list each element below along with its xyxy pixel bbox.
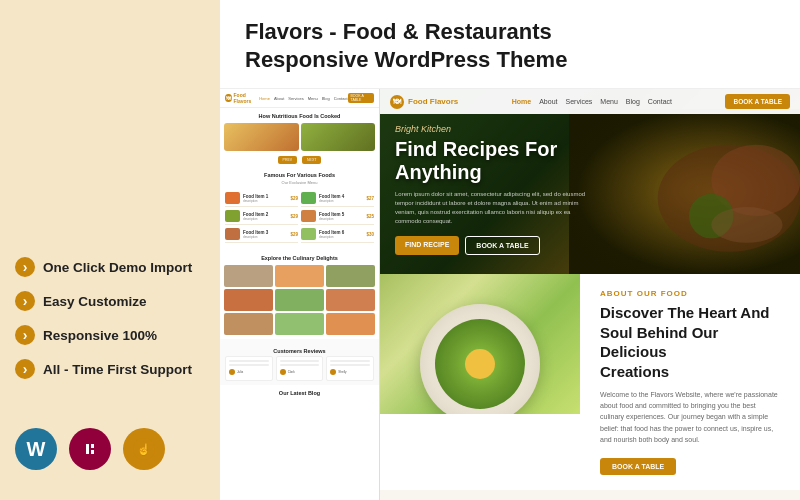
- mini-nav-links: Home About Services Menu Blog Contact: [259, 96, 347, 101]
- hero-navbar: 🍽 Food Flavors Home About Services Menu …: [380, 89, 800, 114]
- section5-title: Our Latest Blog: [220, 385, 379, 398]
- mini-nav: 🍽 Food Flavors Home About Services Menu …: [220, 89, 379, 108]
- preview-container: 🍽 Food Flavors Home About Services Menu …: [220, 89, 800, 500]
- gallery-item: [224, 265, 273, 287]
- svg-rect-1: [86, 444, 89, 454]
- left-panel: One Click Demo Import Easy Customize Res…: [0, 0, 220, 500]
- large-preview-panel: 🍽 Food Flavors Home About Services Menu …: [380, 89, 800, 500]
- mini-menu: Food Item 1description $29 Food Item 2de…: [220, 188, 379, 250]
- hero-logo: 🍽 Food Flavors: [390, 95, 458, 109]
- about-section: ABOUT OUR FOOD Discover The Heart AndSou…: [380, 274, 800, 490]
- right-panel: Flavors - Food & Restaurants Responsive …: [220, 0, 800, 500]
- review-card-2: Clark: [276, 356, 324, 381]
- svg-point-10: [711, 207, 782, 243]
- nav-contact[interactable]: Contact: [648, 98, 672, 105]
- menu-row-2: Food Item 2description $29: [225, 210, 298, 225]
- menu-row-4: Food Item 4description $27: [301, 192, 374, 207]
- svg-rect-2: [91, 444, 94, 448]
- plate: [420, 304, 540, 414]
- menu-row-3: Food Item 3description $29: [225, 228, 298, 243]
- gallery-item: [326, 289, 375, 311]
- tech-icons-row: W ☝: [15, 428, 205, 470]
- egg-yolk: [465, 349, 495, 379]
- review-card-1: Julia: [225, 356, 273, 381]
- section4-title: Customers Reviews: [225, 343, 374, 356]
- section2-title: Famous For Various Foods: [220, 167, 379, 180]
- menu-row-1: Food Item 1description $29: [225, 192, 298, 207]
- wordpress-icon: W: [15, 428, 57, 470]
- menu-row-5: Food Item 5description $25: [301, 210, 374, 225]
- about-label: ABOUT OUR FOOD: [600, 289, 780, 298]
- gallery-item: [326, 313, 375, 335]
- review-card-3: Shelly: [326, 356, 374, 381]
- nav-services[interactable]: Services: [565, 98, 592, 105]
- section1-title: How Nutritious Food Is Cooked: [220, 108, 379, 121]
- about-image: [380, 274, 580, 414]
- hero-title: Find Recipes ForAnything: [395, 138, 596, 184]
- about-text: ABOUT OUR FOOD Discover The Heart AndSou…: [580, 274, 800, 490]
- section3-title: Explore the Culinary Delights: [220, 250, 379, 263]
- bullet-icon: [15, 359, 35, 379]
- nav-about[interactable]: About: [539, 98, 557, 105]
- gallery-item: [326, 265, 375, 287]
- mini-reviews: Customers Reviews Julia: [220, 339, 379, 385]
- hero-description: Lorem ipsum dolor sit amet, consectetur …: [395, 190, 596, 226]
- menu-row-6: Food Item 6description $30: [301, 228, 374, 243]
- bullet-icon: [15, 291, 35, 311]
- gallery-item: [224, 289, 273, 311]
- bullet-icon: [15, 257, 35, 277]
- touch-icon: ☝: [123, 428, 165, 470]
- food-on-plate: [435, 319, 525, 409]
- find-recipe-btn[interactable]: FIND RECIPE: [395, 236, 459, 255]
- svg-rect-0: [79, 438, 101, 460]
- hero-book-btn[interactable]: BOOK A TABLE: [725, 94, 790, 109]
- feature-support: All - Time First Support: [15, 359, 205, 379]
- features-list: One Click Demo Import Easy Customize Res…: [15, 257, 205, 393]
- gallery-item: [275, 289, 324, 311]
- hero-nav-links: Home About Services Menu Blog Contact: [466, 98, 717, 105]
- hero-buttons: FIND RECIPE BOOK A TABLE: [395, 236, 596, 255]
- section2-sub: Our Exclusive Menu: [220, 180, 379, 185]
- feature-responsive: Responsive 100%: [15, 325, 205, 345]
- nav-home[interactable]: Home: [512, 98, 531, 105]
- nav-blog[interactable]: Blog: [626, 98, 640, 105]
- logo-icon: 🍽: [390, 95, 404, 109]
- about-title: Discover The Heart AndSoul Behind Our De…: [600, 303, 780, 381]
- hero-section: 🍽 Food Flavors Home About Services Menu …: [380, 89, 800, 274]
- elementor-icon: [69, 428, 111, 470]
- mini-prev-btn[interactable]: PREV: [278, 156, 298, 164]
- nav-menu[interactable]: Menu: [600, 98, 618, 105]
- mini-next-btn[interactable]: NEXT: [302, 156, 321, 164]
- mini-gallery: [220, 263, 379, 339]
- mini-preview-panel: 🍽 Food Flavors Home About Services Menu …: [220, 89, 380, 500]
- about-cta-btn[interactable]: BOOK A TABLE: [600, 458, 676, 475]
- bullet-icon: [15, 325, 35, 345]
- review-cards: Julia Clark: [225, 356, 374, 381]
- hero-subtitle: Bright Kitchen: [395, 124, 596, 134]
- gallery-item: [275, 313, 324, 335]
- svg-rect-3: [91, 450, 94, 454]
- book-table-btn[interactable]: BOOK A TABLE: [465, 236, 539, 255]
- feature-customize: Easy Customize: [15, 291, 205, 311]
- about-description: Welcome to the Flavors Website, where we…: [600, 389, 780, 445]
- feature-one-click: One Click Demo Import: [15, 257, 205, 277]
- svg-text:☝: ☝: [137, 442, 151, 456]
- gallery-item: [275, 265, 324, 287]
- hero-content: Bright Kitchen Find Recipes ForAnything …: [380, 94, 611, 270]
- theme-title: Flavors - Food & Restaurants Responsive …: [245, 18, 775, 73]
- mini-book-btn[interactable]: BOOK A TABLE: [348, 93, 374, 103]
- mini-food-grid: [220, 121, 379, 153]
- gallery-item: [224, 313, 273, 335]
- mini-logo: 🍽 Food Flavors: [225, 92, 259, 104]
- title-area: Flavors - Food & Restaurants Responsive …: [220, 0, 800, 89]
